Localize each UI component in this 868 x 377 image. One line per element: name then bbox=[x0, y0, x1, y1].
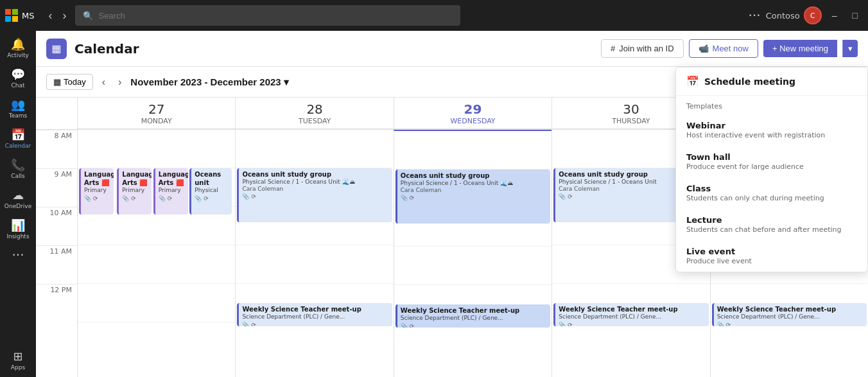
event-weekly-fri[interactable]: Weekly Science Teacher meet-up Science D… bbox=[712, 303, 867, 326]
new-meeting-dropdown-button[interactable]: ▾ bbox=[842, 40, 858, 57]
prev-week-button[interactable]: ‹ bbox=[98, 74, 109, 91]
topbar-right: ··· Contoso C – □ bbox=[749, 6, 863, 24]
chat-icon: 💬 bbox=[11, 67, 25, 81]
search-icon: 🔍 bbox=[83, 11, 93, 21]
calendar-header-actions: # Join with an ID 📹 Meet now + New meeti… bbox=[601, 39, 858, 58]
sidebar-item-calls[interactable]: 📞 Calls bbox=[3, 154, 33, 183]
sidebar-item-chat[interactable]: 💬 Chat bbox=[3, 64, 33, 92]
schedule-meeting-dropdown: 📅 Schedule meeting Templates Webinar Hos… bbox=[675, 67, 868, 272]
schedule-icon: 📅 bbox=[686, 75, 699, 87]
onedrive-icon: ☁ bbox=[12, 188, 24, 202]
insights-icon: 📊 bbox=[11, 218, 25, 232]
minimize-button[interactable]: – bbox=[827, 8, 842, 23]
time-12pm: 12 PM bbox=[36, 284, 77, 322]
avatar: C bbox=[804, 6, 822, 24]
time-8am: 8 AM bbox=[36, 130, 77, 168]
svg-rect-1 bbox=[12, 9, 18, 15]
event-weekly-tue[interactable]: Weekly Science Teacher meet-up Science D… bbox=[237, 303, 392, 326]
date-range-button[interactable]: November 2023 - December 2023 ▾ bbox=[130, 76, 288, 88]
sidebar-item-onedrive[interactable]: ☁ OneDrive bbox=[3, 184, 33, 213]
calendar-icon: 📅 bbox=[11, 128, 25, 141]
hash-icon: # bbox=[611, 44, 615, 53]
sidebar-item-activity[interactable]: 🔔 Activity bbox=[3, 33, 33, 62]
event-lang-arts-1[interactable]: Language Arts 🟥 Primary 📎⟳ bbox=[79, 168, 114, 215]
activity-icon: 🔔 bbox=[11, 37, 25, 51]
new-meeting-button[interactable]: + New meeting bbox=[763, 40, 837, 57]
time-10am: 10 AM bbox=[36, 207, 77, 245]
event-lang-arts-2[interactable]: Language Arts 🟥 Primary 📎⟳ bbox=[117, 168, 152, 215]
calendar-title-icon: ▦ bbox=[46, 39, 67, 59]
main-layout: 🔔 Activity 💬 Chat 👥 Teams 📅 Calendar 📞 C… bbox=[0, 31, 868, 377]
time-11am: 11 AM bbox=[36, 245, 77, 284]
sidebar: 🔔 Activity 💬 Chat 👥 Teams 📅 Calendar 📞 C… bbox=[0, 31, 36, 377]
event-weekly-wed[interactable]: Weekly Science Teacher meet-up Science D… bbox=[395, 304, 550, 328]
join-with-id-button[interactable]: # Join with an ID bbox=[601, 39, 684, 58]
next-week-button[interactable]: › bbox=[114, 74, 125, 91]
day-col-tue: Oceans unit study group Physical Science… bbox=[235, 130, 393, 377]
template-lecture[interactable]: Lecture Students can chat before and aft… bbox=[676, 209, 867, 240]
event-lang-arts-3[interactable]: Language Arts 🟥 Primary 📎⟳ bbox=[153, 168, 188, 215]
sidebar-item-teams[interactable]: 👥 Teams bbox=[3, 94, 33, 123]
teams-icon: 👥 bbox=[11, 98, 25, 111]
day-col-mon: Language Arts 🟥 Primary 📎⟳ Language Arts… bbox=[77, 130, 235, 377]
calendar-small-icon: ▦ bbox=[53, 77, 61, 87]
event-oceans-unit-mon[interactable]: Oceans unit Physical 📎⟳ bbox=[189, 168, 232, 215]
svg-rect-3 bbox=[12, 16, 18, 22]
day-header-wed: 29 Wednesday bbox=[394, 98, 551, 128]
day-col-wed: Oceans unit study group Physical Science… bbox=[394, 130, 551, 377]
app-logo: MS bbox=[5, 9, 34, 22]
event-oceans-wed[interactable]: Oceans unit study group Physical Science… bbox=[395, 170, 550, 224]
template-webinar[interactable]: Webinar Host interactive event with regi… bbox=[676, 114, 867, 146]
nav-forward-button[interactable]: › bbox=[58, 6, 70, 25]
template-live-event[interactable]: Live event Produce live event bbox=[676, 240, 867, 272]
meet-now-button[interactable]: 📹 Meet now bbox=[689, 39, 758, 58]
time-column: 8 AM 9 AM 10 AM 11 AM 12 PM bbox=[36, 98, 77, 377]
more-options-icon[interactable]: ··· bbox=[749, 8, 761, 23]
topbar-nav: ‹ › bbox=[44, 6, 70, 25]
sidebar-item-calendar[interactable]: 📅 Calendar bbox=[3, 124, 33, 153]
day-header-mon: 27 Monday bbox=[77, 98, 235, 128]
templates-label: Templates bbox=[676, 96, 867, 114]
search-box[interactable]: 🔍 bbox=[75, 5, 460, 26]
template-class[interactable]: Class Students can only chat during meet… bbox=[676, 177, 867, 209]
template-town-hall[interactable]: Town hall Produce event for large audien… bbox=[676, 146, 867, 177]
event-weekly-thu[interactable]: Weekly Science Teacher meet-up Science D… bbox=[553, 303, 708, 326]
dropdown-header: 📅 Schedule meeting bbox=[676, 67, 867, 96]
sidebar-item-apps[interactable]: ⊞ Apps bbox=[3, 346, 33, 374]
sidebar-more-button[interactable]: ··· bbox=[3, 245, 33, 265]
calendar-header: ▦ Calendar # Join with an ID 📹 Meet now … bbox=[36, 31, 868, 67]
maximize-button[interactable]: □ bbox=[847, 8, 863, 23]
video-icon: 📹 bbox=[699, 44, 709, 53]
chevron-down-icon: ▾ bbox=[284, 76, 289, 88]
user-profile[interactable]: Contoso C bbox=[766, 6, 822, 24]
event-oceans-tue[interactable]: Oceans unit study group Physical Science… bbox=[237, 168, 392, 222]
topbar: MS ‹ › 🔍 ··· Contoso C – □ bbox=[0, 0, 868, 31]
nav-back-button[interactable]: ‹ bbox=[44, 6, 56, 25]
svg-rect-2 bbox=[5, 16, 11, 22]
user-name: Contoso bbox=[766, 11, 800, 21]
day-header-tue: 28 Tuesday bbox=[235, 98, 393, 128]
sidebar-item-insights[interactable]: 📊 Insights bbox=[3, 215, 33, 243]
apps-icon: ⊞ bbox=[13, 349, 22, 363]
time-9am: 9 AM bbox=[36, 168, 77, 207]
page-title: Calendar bbox=[74, 41, 139, 57]
calls-icon: 📞 bbox=[11, 158, 25, 171]
today-button[interactable]: ▦ Today bbox=[46, 74, 93, 90]
svg-rect-0 bbox=[5, 9, 11, 15]
search-input[interactable] bbox=[98, 11, 453, 21]
